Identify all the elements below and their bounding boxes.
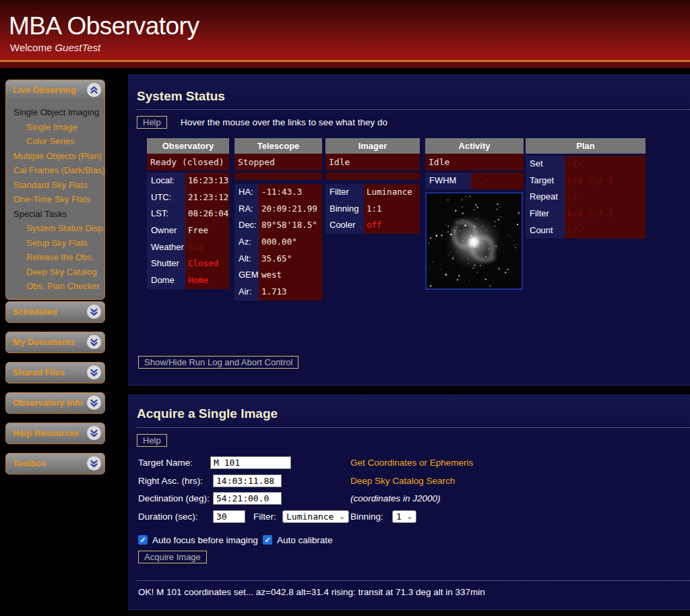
help-hint: Hover the mouse over the links to see wh… (181, 117, 387, 127)
table-header: Imager (325, 138, 420, 154)
deep-sky-catalog-search-link[interactable]: Deep Sky Catalog Search (350, 474, 455, 488)
page-header: MBA Observatory Welcome GuestTest (0, 0, 690, 60)
row-label: LST: (147, 206, 185, 222)
sidebar-link[interactable]: Cal Frames (Dark/Bias) (6, 163, 104, 178)
chevron-down-icon[interactable] (87, 335, 101, 349)
sidebar-widget-help-resources: Help Resources (5, 423, 105, 444)
fwhm-label: FWHM (425, 173, 471, 189)
row-value: -/- (565, 156, 646, 173)
row-value: Luminance (364, 184, 420, 201)
table-spacer (325, 173, 420, 180)
row-label: Owner (147, 222, 185, 239)
chevron-down-icon: ⌄ (407, 513, 412, 520)
chevron-down-icon[interactable] (87, 456, 101, 470)
table-row: HA:-11:43.3 (234, 184, 322, 201)
row-value: n/a (-/-) (565, 206, 646, 222)
filter-select[interactable]: Luminance ⌄ (282, 510, 349, 523)
show-hide-runlog-button[interactable]: Show/Hide Run Log and Abort Control (138, 356, 299, 369)
duration-input[interactable] (213, 510, 245, 523)
auto-focus-label: Auto focus before imaging (152, 534, 258, 546)
sidebar-widget-my-documents: My Documents (5, 332, 105, 353)
table-row: UTC:21:23:12 (147, 189, 229, 206)
declination-input[interactable] (213, 492, 282, 505)
row-value: off (364, 217, 420, 234)
fwhm-value: -.- (471, 173, 524, 189)
sidebar-link[interactable]: Release the Obs. (6, 250, 104, 265)
row-label: Target (526, 173, 565, 189)
sidebar-header-scheduled[interactable]: Scheduled (6, 302, 104, 322)
table-row: Alt:35.65° (234, 251, 322, 268)
get-coordinates-link[interactable]: Get Coordinates or Ephemeris (350, 456, 473, 470)
help-button[interactable]: Help (137, 434, 167, 447)
table-row: Weathern/a (147, 239, 229, 256)
row-value: 35.65° (259, 251, 322, 268)
telescope-table: Telescope Stopped HA:-11:43.3RA:20:09:21… (234, 138, 322, 301)
sidebar-link[interactable]: Multiple Objects (Plan) (6, 149, 104, 164)
acquire-title: Acquire a Single Image (137, 406, 278, 421)
filter-label: Filter: (253, 510, 276, 524)
chevron-down-icon[interactable] (87, 396, 101, 410)
username: GuestTest (55, 42, 100, 53)
target-name-input[interactable] (210, 456, 291, 469)
auto-calibrate-checkbox[interactable]: ✓ (263, 535, 272, 545)
binning-select[interactable]: 1 ⌄ (392, 510, 416, 523)
sidebar-header-shared-files[interactable]: Shared Files (6, 363, 104, 383)
auto-focus-checkbox[interactable]: ✓ (138, 535, 148, 545)
table-header: Telescope (234, 138, 322, 154)
table-row: Binning1:1 (325, 201, 420, 218)
system-status-title: System Status (137, 89, 225, 104)
help-button[interactable]: Help (137, 116, 167, 129)
sidebar-link[interactable]: System Status Disp. (6, 221, 104, 236)
page-title: MBA Observatory (9, 12, 199, 40)
sidebar-header-my-documents[interactable]: My Documents (6, 332, 104, 352)
auto-calibrate-label: Auto calibrate (277, 534, 333, 546)
sidebar-header-help-resources[interactable]: Help Resources (6, 423, 104, 443)
sidebar-header-label: Observatory Info (13, 398, 83, 408)
observatory-status: Ready (closed) (147, 154, 229, 171)
table-header: Activity (425, 138, 524, 154)
table-row: Set-/- (526, 156, 646, 173)
welcome-prefix: Welcome (10, 42, 52, 53)
row-label: Filter (325, 184, 364, 201)
divider-dotted (137, 427, 690, 428)
table-row: Air:1.713 (234, 284, 322, 301)
sidebar-header-live-observing[interactable]: Live Observing (6, 80, 104, 100)
activity-table: Activity Idle FWHM -.- (425, 138, 524, 290)
row-value: 1:1 (364, 201, 420, 218)
table-row: Targetn/a (-/-) (526, 173, 646, 189)
sidebar-link[interactable]: Color Series (6, 134, 104, 149)
imager-table: Imager Idle FilterLuminanceBinning1:1Coo… (325, 138, 420, 234)
sidebar-header-toolbox[interactable]: Toolbox (6, 454, 104, 474)
acquire-image-button[interactable]: Acquire Image (138, 551, 207, 563)
chevron-up-icon[interactable] (87, 83, 101, 97)
table-row: GEM:west (234, 267, 322, 284)
sidebar-link[interactable]: Setup Sky Flats (6, 236, 104, 251)
row-label: Repeat (526, 189, 565, 206)
sidebar-link[interactable]: Standard Sky Flats (6, 178, 104, 193)
chevron-down-icon[interactable] (87, 365, 101, 379)
galaxy-preview-image (425, 192, 523, 290)
chevron-down-icon[interactable] (87, 426, 101, 440)
table-row: Local:16:23:13 (147, 173, 229, 189)
table-spacer (234, 173, 322, 180)
table-row: Count-/- (526, 222, 646, 239)
sidebar-link[interactable]: One-Time Sky Flats (6, 192, 104, 207)
row-label: Alt: (234, 251, 259, 268)
table-row: Az:000.00° (234, 234, 322, 251)
sidebar-header-observatory-info[interactable]: Observatory Info (6, 393, 104, 413)
sidebar-widget-shared-files: Shared Files (5, 362, 105, 383)
right-asc-input[interactable] (213, 474, 282, 487)
row-value: 89°58'18.5" (259, 217, 322, 234)
chevron-down-icon[interactable] (87, 305, 101, 319)
sidebar-link[interactable]: Single Image (6, 120, 104, 135)
row-value: 20:09:21.99 (259, 201, 322, 218)
table-row: Cooleroff (325, 217, 420, 234)
sidebar-widget-live-observing: Live Observing Single Object ImagingSing… (5, 80, 105, 300)
row-value: n/a (185, 239, 229, 256)
row-label: UTC: (147, 189, 185, 206)
row-value: 1.713 (259, 284, 322, 301)
sidebar-link[interactable]: Deep Sky Catalog (6, 265, 104, 280)
binning-label: Binning: (350, 510, 383, 524)
plan-table: Plan Set-/-Targetn/a (-/-)Repeat-/-Filte… (526, 138, 646, 239)
sidebar-link[interactable]: Obs. Plan Checker (6, 279, 104, 294)
